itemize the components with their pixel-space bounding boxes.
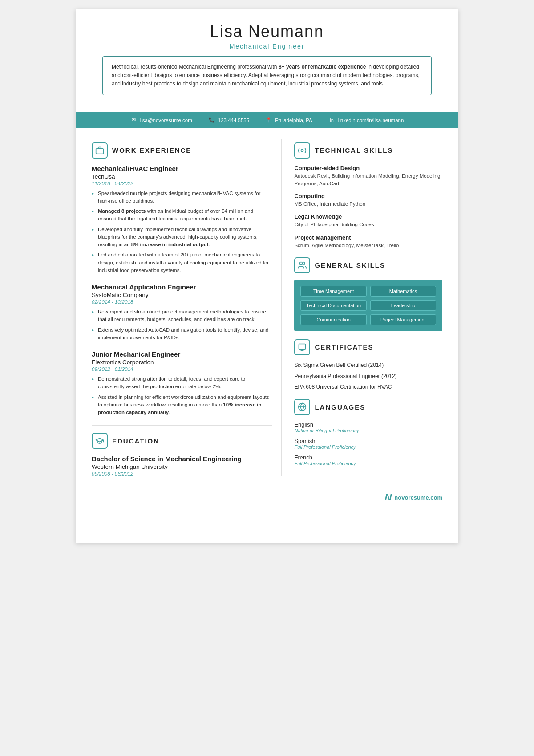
location-icon: 📍 [265,117,272,124]
summary-box: Methodical, results-oriented Mechanical … [102,56,432,95]
email-icon: ✉ [130,117,138,124]
technical-skills-icon [294,142,310,159]
svg-rect-0 [96,148,104,154]
job-1-company: TechUsa [92,173,272,180]
skill-pm-detail: Scrum, Agile Methodology, MeisterTask, T… [294,242,442,249]
language-spanish: Spanish Full Professional Proficiency [294,438,442,450]
general-skills-header: GENERAL SKILLS [294,257,442,273]
left-column: WORK EXPERIENCE Mechanical/HVAC Engineer… [76,139,282,477]
svg-point-1 [301,149,303,151]
bullet: Extensively optimized AutoCAD and naviga… [92,326,272,342]
email-text: lisa@novoresume.com [140,118,192,123]
logo-n: N [384,492,392,503]
linkedin-icon: in [328,117,336,124]
certificates-title: CERTIFICATES [315,343,373,351]
section-divider [92,425,272,426]
skill-computing-detail: MS Office, Intermediate Python [294,200,442,208]
contact-bar: ✉ lisa@novoresume.com 📞 123 444 5555 📍 P… [76,112,458,128]
languages-header: LANGUAGES [294,399,442,415]
footer: N novoresume.com [76,487,458,510]
contact-linkedin: in linkedin.com/in/lisa.neumann [328,117,404,124]
job-2-dates: 02/2014 - 10/2018 [92,299,272,305]
job-2: Mechanical Application Engineer SystoMat… [92,283,272,341]
tag-technical-documentation: Technical Documentation [300,300,366,311]
skill-legal: Legal Knowledge City of Philadelphia Bui… [294,213,442,228]
job-2-title: Mechanical Application Engineer [92,283,272,291]
job-3-dates: 09/2012 - 01/2014 [92,366,272,372]
bullet: Spearheaded multiple projects designing … [92,190,272,205]
resume-container: Lisa Neumann Mechanical Engineer Methodi… [76,9,458,543]
language-english: English Native or Bilingual Proficiency [294,421,442,433]
languages-title: LANGUAGES [315,403,365,411]
lang-french-level: Full Professional Proficiency [294,461,442,466]
job-3-bullets: Demonstrated strong attention to detail,… [92,375,272,416]
skill-pm-name: Project Management [294,234,442,241]
certificates-header: CERTIFICATES [294,339,442,355]
svg-rect-3 [299,344,306,349]
edu-degree: Bachelor of Science in Mechanical Engine… [92,455,272,463]
work-experience-header: WORK EXPERIENCE [92,142,272,159]
languages-icon [294,399,310,415]
education-header: EDUCATION [92,433,272,449]
bullet: Revamped and streamlined project managem… [92,308,272,324]
job-2-company: SystoMatic Company [92,292,272,298]
bullet: Managed 8 projects with an individual bu… [92,207,272,223]
job-1: Mechanical/HVAC Engineer TechUsa 11/2018… [92,165,272,275]
tag-leadership: Leadership [370,300,436,311]
education-title: EDUCATION [112,437,159,445]
name-row: Lisa Neumann [102,22,432,41]
cert-3: EPA 608 Universal Certification for HVAC [294,383,442,391]
skill-legal-name: Legal Knowledge [294,213,442,220]
tag-time-management: Time Management [300,286,366,297]
skill-computing-name: Computing [294,193,442,199]
cert-1: Six Sigma Green Belt Certified (2014) [294,362,442,369]
lang-french-name: French [294,454,442,461]
header-section: Lisa Neumann Mechanical Engineer Methodi… [76,9,458,104]
skills-tags: Time Management Mathematics Technical Do… [294,280,442,331]
svg-point-2 [300,262,303,265]
logo-text: novoresume.com [394,494,442,501]
tag-mathematics: Mathematics [370,286,436,297]
edu-dates: 09/2008 - 06/2012 [92,471,272,476]
skill-cad-detail: Autodesk Revit, Building Information Mod… [294,172,442,188]
main-body: WORK EXPERIENCE Mechanical/HVAC Engineer… [76,128,458,488]
edu-school: Western Michigan University [92,463,272,470]
contact-location: 📍 Philadelphia, PA [265,117,312,124]
summary-bold: 8+ years of remarkable experience [279,64,366,70]
lang-spanish-level: Full Professional Proficiency [294,444,442,450]
lang-english-name: English [294,421,442,428]
job-3-title: Junior Mechanical Engineer [92,350,272,358]
phone-icon: 📞 [208,117,215,124]
header-line-right [333,32,391,32]
header-line-left [143,32,201,32]
general-skills-icon [294,257,310,273]
lang-english-level: Native or Bilingual Proficiency [294,428,442,433]
work-experience-title: WORK EXPERIENCE [112,146,191,154]
job-1-bullets: Spearheaded multiple projects designing … [92,190,272,275]
work-experience-icon [92,142,108,159]
bullet-bold: Managed 8 projects [98,208,146,214]
bullet: Developed and fully implemented technica… [92,226,272,249]
education-icon [92,433,108,449]
job-1-title: Mechanical/HVAC Engineer [92,165,272,172]
technical-skills-title: TECHNICAL SKILLS [315,146,393,154]
cert-2: Pennsylvania Professional Engineer (2012… [294,373,442,380]
lang-spanish-name: Spanish [294,438,442,444]
bullet: Led and collaborated with a team of 20+ … [92,251,272,274]
location-text: Philadelphia, PA [275,118,312,123]
technical-skills-header: TECHNICAL SKILLS [294,142,442,159]
contact-email: ✉ lisa@novoresume.com [130,117,192,124]
skill-computing: Computing MS Office, Intermediate Python [294,193,442,208]
bullet-bold: 8% increase in industrial output [131,242,209,247]
candidate-name: Lisa Neumann [210,22,324,41]
linkedin-text: linkedin.com/in/lisa.neumann [338,118,404,123]
bullet-bold: 10% increase in production capacity annu… [98,402,262,415]
bullet: Demonstrated strong attention to detail,… [92,375,272,391]
skill-pm: Project Management Scrum, Agile Methodol… [294,234,442,249]
summary-text: Methodical, results-oriented Mechanical … [112,64,420,87]
job-2-bullets: Revamped and streamlined project managem… [92,308,272,341]
skill-legal-detail: City of Philadelphia Building Codes [294,221,442,228]
bullet: Assisted in planning for efficient workf… [92,394,272,417]
right-column: TECHNICAL SKILLS Computer-aided Design A… [282,139,458,477]
general-skills-title: GENERAL SKILLS [315,261,385,269]
